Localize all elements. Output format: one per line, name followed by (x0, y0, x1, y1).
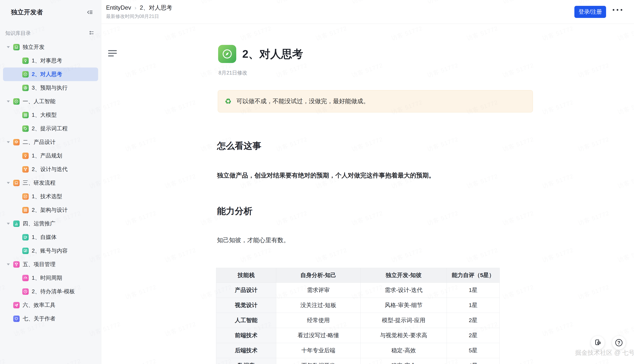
page-title: 2、对人思考 (242, 45, 303, 63)
table-row: 数据库两年数据开发稳定-安全4星 (216, 358, 500, 364)
doc-title-compass-icon (218, 45, 236, 63)
sidebar-item-label: 1、对事思考 (32, 57, 62, 64)
table-cell: 经常使用 (276, 313, 361, 328)
layers-icon (13, 139, 20, 146)
table-row: 人工智能经常使用模型-提示词-应用2星 (216, 313, 500, 328)
sidebar-item-16[interactable]: 2、账号与内容 (3, 244, 98, 258)
sidebar-item-1[interactable]: 独立开发 (3, 40, 98, 54)
sidebar-item-11[interactable]: 三、研发流程 (3, 176, 98, 190)
sidebar-item-5[interactable]: 一、人工智能 (3, 95, 98, 108)
breadcrumb-separator-icon: › (135, 4, 136, 11)
table-header-cell: 自身分析-知己 (276, 268, 361, 283)
sidebar-item-3[interactable]: 2、对人思考 (3, 68, 98, 81)
grid-icon (22, 207, 29, 213)
plane-icon (13, 302, 20, 308)
sidebar-item-label: 1、时间周期 (32, 274, 62, 282)
last-modified-text: 最新修改时间为08月21日 (106, 13, 159, 20)
caret-down-icon[interactable] (7, 100, 13, 102)
table-cell: 数据库 (216, 358, 276, 364)
feedback-button[interactable] (591, 336, 604, 350)
sidebar-item-label: 独立开发 (23, 44, 45, 51)
sidebar-item-label: 1、大模型 (32, 111, 57, 119)
sidebar-item-7[interactable]: 2、提示词工程 (3, 122, 98, 136)
table-cell: 视觉设计 (216, 298, 276, 313)
sidebar-item-14[interactable]: 四、运营推广 (3, 217, 98, 230)
skill-table-header-row: 技能栈自身分析-知己独立开发-知彼能力自评（5星） (216, 268, 500, 283)
sidebar-item-20[interactable]: 六、效率工具 (3, 298, 98, 312)
more-ellipsis-icon[interactable] (613, 9, 622, 11)
caret-down-icon[interactable] (7, 46, 13, 48)
sidebar-item-label: 一、人工智能 (23, 98, 56, 105)
caret-down-icon[interactable] (7, 182, 13, 184)
sidebar-collapse-icon[interactable] (86, 8, 94, 16)
help-button[interactable]: ? (612, 336, 626, 350)
table-cell: 需求-设计-迭代 (361, 283, 447, 298)
catalog-sort-icon[interactable] (89, 30, 94, 36)
check-icon (22, 193, 29, 200)
cup-icon (22, 234, 29, 240)
table-cell: 前端技术 (216, 328, 276, 343)
sidebar-item-13[interactable]: 2、架构与设计 (3, 203, 98, 217)
table-cell: 十年专业后端 (276, 343, 361, 358)
flow-icon (22, 166, 29, 172)
question-mark-icon: ? (615, 339, 622, 346)
page-root: 独立开发者 知识库目录 独立开发1、对事思考2、对人思考3、预期与执行一、人工智… (0, 0, 634, 364)
grid-icon (22, 112, 29, 118)
table-header-cell: 能力自评（5星） (447, 268, 500, 283)
sidebar-tree: 独立开发1、对事思考2、对人思考3、预期与执行一、人工智能1、大模型2、提示词工… (0, 40, 101, 326)
sidebar-item-17[interactable]: 五、项目管理 (3, 258, 98, 271)
chart-icon (13, 220, 20, 227)
sidebar-item-4[interactable]: 3、预期与执行 (3, 81, 98, 95)
page-modified-date: 8月21日修改 (219, 70, 247, 76)
table-cell: 1星 (447, 283, 500, 298)
sidebar-item-21[interactable]: 七、关于作者 (3, 312, 98, 326)
bulb-icon (22, 152, 29, 159)
sidebar-item-9[interactable]: 1、产品规划 (3, 149, 98, 162)
breadcrumb-root[interactable]: EntityDev (106, 4, 131, 11)
sidebar-item-label: 四、运营推广 (23, 220, 56, 228)
skill-table: 技能栈自身分析-知己独立开发-知彼能力自评（5星） 产品设计需求评审需求-设计-… (216, 268, 500, 364)
document-area: 2、对人思考 8月21日修改 ♻ 可以做不成，不能没试过，没做完，最好能做成。 … (101, 24, 634, 364)
sidebar-item-19[interactable]: 2、待办清单-模板 (3, 285, 98, 298)
sidebar-item-label: 2、架构与设计 (32, 206, 68, 214)
sidebar-item-label: 2、提示词工程 (32, 125, 68, 132)
breadcrumb-current[interactable]: 2、对人思考 (140, 4, 172, 12)
trophy-icon (13, 261, 20, 268)
sidebar-item-label: 1、技术选型 (32, 193, 62, 200)
clock-icon (22, 288, 29, 295)
sidebar-item-15[interactable]: 1、自媒体 (3, 230, 98, 244)
table-cell: 没关注过-短板 (276, 298, 361, 313)
sidebar-item-12[interactable]: 1、技术选型 (3, 190, 98, 203)
callout-block: ♻ 可以做不成，不能没试过，没做完，最好能做成。 (218, 90, 533, 112)
caret-down-icon[interactable] (7, 223, 13, 224)
sidebar-item-label: 六、效率工具 (23, 302, 56, 309)
callout-text: 可以做不成，不能没试过，没做完，最好能做成。 (236, 97, 369, 106)
bulb-icon (22, 58, 29, 64)
login-register-button[interactable]: 登录/注册 (574, 6, 606, 18)
laptop-icon (13, 180, 20, 186)
table-row: 前端技术看过没写过-略懂与视觉相关-要求高2星 (216, 328, 500, 343)
sidebar-item-6[interactable]: 1、大模型 (3, 108, 98, 122)
skill-table-body: 产品设计需求评审需求-设计-迭代1星视觉设计没关注过-短板风格-审美-细节1星人… (216, 283, 500, 364)
table-cell: 与视觉相关-要求高 (361, 328, 447, 343)
catalog-label: 知识库目录 (5, 30, 31, 36)
table-cell: 产品设计 (216, 283, 276, 298)
caret-down-icon[interactable] (7, 264, 13, 265)
sidebar-item-8[interactable]: 二、产品设计 (3, 136, 98, 149)
site-watermark-text: 掘金技术社区 @ 七号楼 (575, 348, 634, 357)
sidebar-item-10[interactable]: 2、设计与迭代 (3, 162, 98, 176)
sidebar-item-label: 2、账号与内容 (32, 247, 68, 254)
sidebar-item-2[interactable]: 1、对事思考 (3, 54, 98, 68)
table-cell: 1星 (447, 298, 500, 313)
sidebar-item-label: 七、关于作者 (23, 315, 56, 322)
sidebar-item-label: 1、自媒体 (32, 234, 57, 241)
caret-down-icon[interactable] (7, 141, 13, 143)
sidebar-item-label: 2、设计与迭代 (32, 166, 68, 173)
sidebar-item-18[interactable]: 1、时间周期 (3, 271, 98, 285)
note-icon (22, 248, 29, 254)
table-row: 后端技术十年专业后端稳定-高效5星 (216, 343, 500, 358)
table-cell: 模型-提示词-应用 (361, 313, 447, 328)
sidebar-item-label: 三、研发流程 (23, 179, 56, 187)
table-row: 产品设计需求评审需求-设计-迭代1星 (216, 283, 500, 298)
doc-outline-icon[interactable] (108, 50, 117, 56)
